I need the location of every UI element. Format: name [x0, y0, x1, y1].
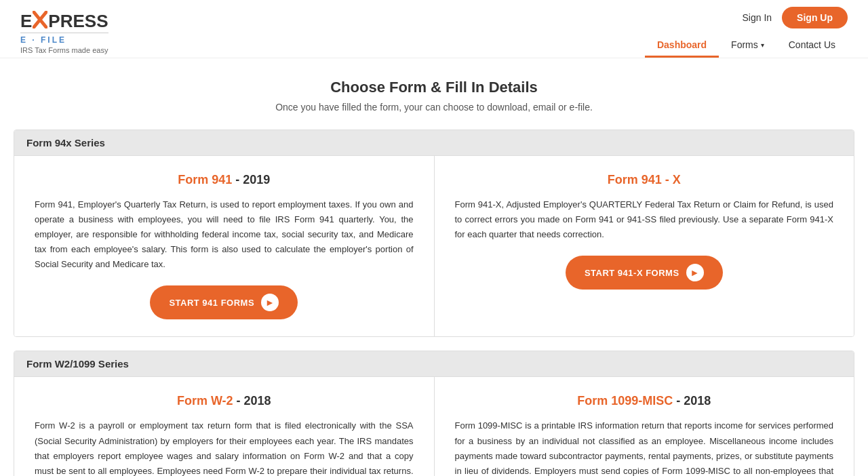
form-series-94x-header: Form 94x Series — [14, 130, 854, 156]
start-941x-button[interactable]: START 941-X FORMS ► — [566, 256, 723, 290]
logo-press: PRESS — [48, 12, 108, 30]
header: E PRESS E · FILE IRS Tax Forms made easy… — [0, 0, 868, 58]
form-card-w2: Form W-2 - 2018 Form W-2 is a payroll or… — [14, 377, 435, 476]
header-right: Sign In Sign Up Dashboard Forms ▾ Contac… — [645, 7, 848, 58]
form-w2-title: Form W-2 - 2018 — [35, 394, 414, 408]
page-subtitle: Once you have filled the form, your can … — [14, 102, 854, 113]
form-series-w2-1099: Form W2/1099 Series Form W-2 - 2018 Form… — [14, 351, 854, 476]
arrow-icon: ► — [686, 264, 704, 281]
form-941-suffix: - 2019 — [235, 173, 270, 186]
logo-text: E PRESS — [20, 11, 108, 31]
form-cards-w2: Form W-2 - 2018 Form W-2 is a payroll or… — [14, 377, 854, 476]
form-w2-name: Form W-2 — [177, 394, 233, 408]
form-w2-desc: Form W-2 is a payroll or employment tax … — [35, 418, 414, 476]
form-941x-desc: Form 941-X, Adjusted Employer's QUARTERL… — [455, 197, 834, 242]
header-auth: Sign In Sign Up — [743, 7, 848, 28]
main-nav: Dashboard Forms ▾ Contact Us — [645, 34, 848, 58]
form-941-desc: Form 941, Employer's Quarterly Tax Retur… — [35, 197, 414, 272]
logo-ex: E — [20, 12, 32, 30]
form-card-1099misc: Form 1099-MISC - 2018 Form 1099-MISC is … — [435, 377, 854, 476]
form-card-941: Form 941 - 2019 Form 941, Employer's Qua… — [14, 156, 435, 336]
sign-in-link[interactable]: Sign In — [743, 12, 772, 23]
logo-efile: E · FILE — [20, 33, 108, 45]
form-1099misc-name: Form 1099-MISC — [577, 394, 673, 408]
form-941-name: Form 941 — [178, 173, 232, 186]
nav-forms[interactable]: Forms ▾ — [719, 34, 776, 58]
form-series-94x: Form 94x Series Form 941 - 2019 Form 941… — [14, 130, 854, 337]
logo: E PRESS E · FILE IRS Tax Forms made easy — [20, 11, 108, 54]
page-title: Choose Form & Fill In Details — [14, 79, 854, 96]
nav-dashboard[interactable]: Dashboard — [645, 34, 719, 58]
form-941-title: Form 941 - 2019 — [35, 173, 414, 187]
form-cards-94x: Form 941 - 2019 Form 941, Employer's Qua… — [14, 156, 854, 336]
form-1099misc-title: Form 1099-MISC - 2018 — [455, 394, 834, 408]
form-card-941x: Form 941 - X Form 941-X, Adjusted Employ… — [435, 156, 854, 336]
form-1099misc-suffix: - 2018 — [676, 394, 711, 408]
form-941x-name: Form 941 - X — [608, 173, 681, 186]
form-941x-btn-area: START 941-X FORMS ► — [455, 256, 834, 290]
form-941x-title: Form 941 - X — [455, 173, 834, 187]
arrow-icon: ► — [261, 294, 279, 311]
form-series-w2-header: Form W2/1099 Series — [14, 351, 854, 377]
start-941-button[interactable]: START 941 FORMS ► — [150, 285, 298, 319]
form-941-btn-area: START 941 FORMS ► — [35, 285, 414, 319]
logo-x-icon — [33, 11, 47, 31]
chevron-down-icon: ▾ — [761, 41, 764, 49]
nav-contact-us[interactable]: Contact Us — [776, 34, 848, 58]
logo-tagline: IRS Tax Forms made easy — [20, 46, 108, 54]
sign-up-button[interactable]: Sign Up — [782, 7, 848, 28]
form-1099misc-desc: Form 1099-MISC is a printable IRS inform… — [455, 418, 834, 476]
form-w2-suffix: - 2018 — [237, 394, 271, 408]
main-content: Choose Form & Fill In Details Once you h… — [0, 58, 868, 476]
